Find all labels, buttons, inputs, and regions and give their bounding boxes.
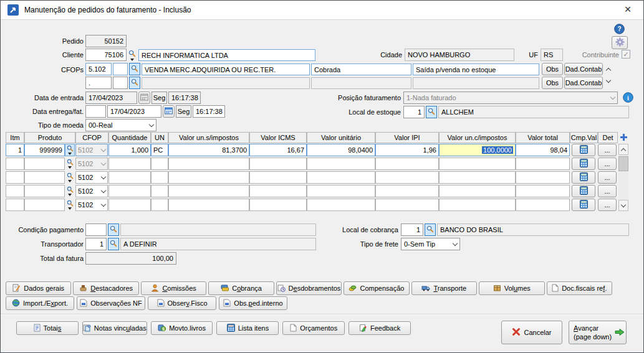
- cell-produto[interactable]: [24, 171, 65, 184]
- data-entrega-calendar-button[interactable]: [163, 105, 175, 118]
- add-row-icon[interactable]: [620, 133, 628, 141]
- local-estoque-code-field[interactable]: 1: [403, 106, 425, 118]
- dados-gerais-button[interactable]: Dados gerais: [6, 281, 71, 295]
- feedback-button[interactable]: Feedback: [348, 321, 411, 335]
- table-scroll-up-button[interactable]: [618, 144, 628, 155]
- cell-quantidade[interactable]: 1,000: [108, 144, 151, 156]
- cell-valor-total[interactable]: [516, 185, 570, 197]
- cell-valor-unitario[interactable]: [307, 171, 375, 184]
- cell-valor-s-impostos[interactable]: [168, 158, 249, 170]
- transporte-button[interactable]: Transporte: [411, 281, 477, 295]
- tipo-moeda-select[interactable]: 00-Real: [85, 119, 156, 131]
- cell-itm[interactable]: 1: [6, 144, 24, 156]
- produto-search-icon[interactable]: [65, 171, 75, 184]
- cell-produto[interactable]: 999999: [24, 144, 65, 156]
- cell-valor-icms[interactable]: [249, 185, 307, 197]
- cell-cfop-select[interactable]: 5102: [75, 199, 108, 211]
- cell-valor-ipi[interactable]: 1,96: [375, 144, 439, 156]
- cell-valor-ipi[interactable]: [375, 171, 439, 184]
- cell-cfop-select[interactable]: 5102: [75, 185, 108, 197]
- cell-itm[interactable]: [6, 199, 24, 211]
- cfop-row2-code-field[interactable]: .: [85, 77, 112, 89]
- transportador-code-field[interactable]: 1: [85, 238, 107, 250]
- cell-un[interactable]: [151, 158, 168, 170]
- cell-valor-s-impostos[interactable]: [168, 185, 249, 197]
- comissoes-button[interactable]: Comissões: [141, 281, 206, 295]
- data-entrega-time-field[interactable]: 16:17:38: [193, 105, 225, 118]
- produto-search-icon[interactable]: [65, 185, 75, 197]
- cmpval-button[interactable]: [572, 158, 595, 170]
- cell-valor-c-impostos[interactable]: [439, 199, 516, 211]
- settings-button[interactable]: [612, 36, 628, 49]
- destacadores-button[interactable]: Destacadores: [73, 281, 138, 295]
- cell-quantidade[interactable]: [108, 199, 151, 211]
- local-cobranca-search-button[interactable]: [425, 224, 436, 236]
- cell-valor-total[interactable]: [516, 199, 570, 211]
- cliente-dropdown-arrow-icon[interactable]: [130, 59, 134, 61]
- cfop-row2-search-button[interactable]: [129, 77, 140, 89]
- cfop-row1-code-field[interactable]: 5.102: [85, 63, 112, 75]
- cfop-row1-code2-field[interactable]: [113, 63, 128, 75]
- volumes-button[interactable]: Volumes: [479, 281, 544, 295]
- cfop-row1-dadcontab-button[interactable]: Dad.Contab: [564, 63, 603, 75]
- cfop-row2-dadcontab-button[interactable]: Dad.Contab: [564, 77, 603, 89]
- cell-valor-s-impostos[interactable]: [168, 171, 249, 184]
- produto-search-icon[interactable]: [65, 144, 75, 156]
- cell-produto[interactable]: [24, 185, 65, 197]
- produto-search-icon[interactable]: [65, 158, 75, 170]
- info-icon[interactable]: i: [623, 92, 633, 103]
- cell-valor-unitario[interactable]: 98,0400: [307, 144, 375, 156]
- cmpval-button[interactable]: [572, 185, 595, 197]
- cell-un[interactable]: [151, 199, 168, 211]
- produto-dropdown-arrow-icon[interactable]: [68, 153, 72, 155]
- cell-quantidade[interactable]: [108, 158, 151, 170]
- local-estoque-search-button[interactable]: [426, 106, 437, 118]
- obs-ped-interno-button[interactable]: Obs.ped.interno: [219, 296, 287, 310]
- cfop-row2-code2-field[interactable]: [113, 77, 128, 89]
- cfop-row1-search-button[interactable]: [129, 63, 140, 75]
- import-export-button[interactable]: Import./Export.: [6, 296, 74, 310]
- cell-valor-ipi[interactable]: [375, 199, 439, 211]
- data-entrega-field[interactable]: 17/04/2023: [107, 105, 161, 118]
- observ-fisco-button[interactable]: Observ.Fisco: [148, 296, 216, 310]
- close-button[interactable]: ×: [620, 2, 636, 16]
- condicao-pagamento-search-button[interactable]: [108, 224, 119, 236]
- produto-dropdown-arrow-icon[interactable]: [68, 207, 72, 210]
- cell-produto[interactable]: [24, 158, 65, 170]
- cell-valor-icms[interactable]: [249, 158, 307, 170]
- produto-dropdown-arrow-icon[interactable]: [68, 194, 72, 196]
- cell-quantidade[interactable]: [108, 185, 151, 197]
- cell-quantidade[interactable]: [108, 171, 151, 184]
- movto-livros-button[interactable]: $ Movto.livros: [151, 321, 213, 335]
- cell-valor-c-impostos[interactable]: 100,0000: [439, 144, 516, 156]
- cmpval-button[interactable]: [572, 171, 595, 184]
- table-scrollbar-thumb[interactable]: [618, 156, 628, 171]
- produto-dropdown-arrow-icon[interactable]: [68, 166, 72, 169]
- cell-valor-c-impostos[interactable]: [439, 171, 516, 184]
- cell-un[interactable]: [151, 185, 168, 197]
- data-entrega-code-field[interactable]: [85, 105, 106, 118]
- cell-valor-unitario[interactable]: [307, 199, 375, 211]
- cfop-row2-obs-button[interactable]: Obs: [542, 77, 563, 89]
- cliente-code-field[interactable]: 75106: [85, 49, 127, 61]
- cancelar-button[interactable]: Cancelar: [501, 321, 562, 344]
- table-scroll-down-button[interactable]: [618, 200, 628, 211]
- cell-valor-total[interactable]: [516, 158, 570, 170]
- totais-button[interactable]: Totais: [16, 321, 79, 335]
- cell-valor-total[interactable]: [516, 171, 570, 184]
- cell-valor-s-impostos[interactable]: [168, 199, 249, 211]
- produto-dropdown-arrow-icon[interactable]: [68, 180, 72, 182]
- cell-valor-s-impostos[interactable]: 81,3700: [168, 144, 249, 156]
- det-button[interactable]: ...: [598, 144, 617, 156]
- cliente-search-icon[interactable]: [128, 50, 136, 57]
- det-button[interactable]: ...: [598, 185, 617, 197]
- det-button[interactable]: ...: [598, 199, 617, 211]
- tipo-frete-select[interactable]: 0-Sem Tip: [401, 238, 460, 250]
- lista-itens-button[interactable]: Lista itens: [216, 321, 279, 335]
- observacoes-nf-button[interactable]: Observações NF: [77, 296, 145, 310]
- cell-valor-total[interactable]: 98,04: [516, 144, 570, 156]
- help-icon[interactable]: ?: [614, 24, 625, 34]
- cell-itm[interactable]: [6, 158, 24, 170]
- doc-fiscais-ref-button[interactable]: Doc.fiscais ref.: [547, 281, 612, 295]
- cell-cfop-select[interactable]: 5102: [75, 171, 108, 184]
